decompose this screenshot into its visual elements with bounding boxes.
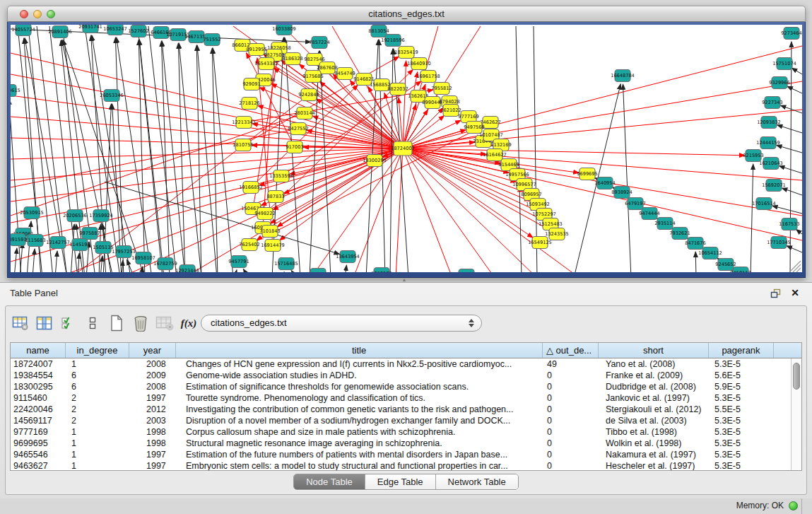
table-cell[interactable]: 1997	[129, 392, 176, 404]
table-cell[interactable]: 0	[543, 381, 599, 392]
table-cell[interactable]: 5.5E-5	[709, 404, 774, 415]
table-cell[interactable]: 1	[66, 426, 129, 438]
graph-node[interactable]: 9175685	[302, 71, 323, 83]
new-table-icon[interactable]	[107, 313, 126, 333]
graph-node[interactable]: 16961758	[416, 71, 440, 83]
graph-node[interactable]: 8215953	[743, 150, 763, 162]
graph-node[interactable]: 7857224	[309, 37, 329, 49]
graph-node[interactable]: 15549125	[528, 237, 552, 249]
graph-node[interactable]: 9975887	[79, 228, 100, 240]
graph-node[interactable]: 9329966	[769, 77, 789, 89]
table-row[interactable]: 1872400712008Changes of HCN gene express…	[11, 358, 791, 370]
table-cell[interactable]: 0	[543, 404, 599, 415]
column-header-pagerank[interactable]: pagerank	[709, 343, 774, 358]
table-cell[interactable]: 1	[66, 358, 129, 370]
graph-node[interactable]: 14055724	[11, 25, 35, 36]
graph-node[interactable]: 1505135	[93, 242, 113, 254]
graph-node[interactable]: 751552	[203, 34, 220, 46]
graph-node[interactable]: 9227343	[762, 97, 782, 109]
table-row[interactable]: 946362711997Embryonic stem cells: a mode…	[11, 460, 791, 471]
table-row[interactable]: 969969511998Structural magnetic resonanc…	[11, 438, 791, 449]
table-cell[interactable]: 0	[543, 438, 599, 449]
table-row[interactable]: 911546021997Tourette syndrome. Phenomeno…	[11, 392, 791, 404]
graph-node[interactable]: 929091	[242, 78, 260, 90]
table-cell[interactable]: 5.9E-5	[709, 381, 774, 392]
table-cell[interactable]: 0	[543, 449, 599, 460]
column-display-icon[interactable]	[35, 313, 54, 333]
graph-node[interactable]: 1145193	[69, 239, 90, 251]
window-titlebar[interactable]: citations_edges.txt	[7, 6, 806, 22]
table-cell[interactable]: 1998	[129, 426, 176, 438]
table-cell[interactable]: Investigating the contribution of common…	[176, 404, 543, 415]
table-cell[interactable]: 5.3E-5	[709, 358, 774, 370]
table-cell[interactable]: Jankovic et al. (1997)	[599, 392, 709, 404]
graph-node[interactable]: 1052573	[371, 268, 392, 273]
graph-node[interactable]: 917003	[286, 141, 303, 153]
graph-node[interactable]: 2935114	[654, 218, 675, 230]
tab-node-table[interactable]: Node Table	[294, 474, 365, 489]
panel-splitter-handle[interactable]: ▲	[400, 277, 408, 282]
table-cell[interactable]: 22420046	[11, 404, 66, 415]
rows-icon[interactable]	[83, 313, 102, 333]
table-cell[interactable]: 0	[543, 415, 599, 426]
table-cell[interactable]: 9699695	[11, 438, 66, 449]
float-panel-icon[interactable]	[770, 288, 781, 298]
table-cell[interactable]: 18724007	[11, 358, 66, 370]
table-cell[interactable]: Franke et al. (2009)	[599, 370, 709, 381]
graph-node[interactable]: 8471676	[685, 238, 705, 250]
graph-node[interactable]: 16648784	[611, 70, 635, 82]
table-cell[interactable]: Disruption of a novel member of a sodium…	[176, 415, 543, 426]
graph-node[interactable]: 15692071	[762, 180, 786, 192]
graph-node[interactable]: 8822037	[387, 83, 408, 95]
tab-network-table[interactable]: Network Table	[436, 474, 518, 489]
trash-icon[interactable]	[131, 313, 150, 333]
graph-node[interactable]: 8186328	[282, 53, 302, 65]
table-cell[interactable]: 9115460	[11, 392, 66, 404]
table-cell[interactable]: 2	[66, 404, 129, 415]
vertical-scrollbar[interactable]	[791, 358, 801, 470]
graph-node[interactable]: 16782759	[153, 258, 177, 270]
graph-node[interactable]: 17710345	[767, 237, 791, 249]
table-cell[interactable]: 2009	[129, 370, 176, 381]
graph-node[interactable]: 12213343	[232, 117, 256, 129]
graph-node[interactable]: 1115683	[25, 235, 45, 247]
table-cell[interactable]: Embryonic stem cells: a model to study s…	[176, 460, 543, 471]
column-header-short[interactable]: short	[599, 343, 709, 358]
close-panel-icon[interactable]: ✕	[791, 287, 799, 298]
table-cell[interactable]: 2	[66, 415, 129, 426]
table-row[interactable]: 977716911998Corpus callosum shape and si…	[11, 426, 791, 438]
table-cell[interactable]: 5.3E-5	[709, 438, 774, 449]
graph-node[interactable]: 7625402	[239, 239, 259, 251]
graph-node[interactable]: 8454749	[334, 68, 355, 80]
table-cell[interactable]: 19384554	[11, 370, 66, 381]
graph-node[interactable]: 7932621	[669, 228, 690, 240]
table-cell[interactable]: 0	[543, 460, 599, 471]
table-cell[interactable]: Dudbridge et al. (2008)	[599, 381, 709, 392]
graph-node[interactable]: 9497568	[464, 122, 484, 134]
graph-node[interactable]: 1527602	[128, 25, 148, 37]
table-source-select[interactable]: citations_edges.txt	[201, 315, 482, 332]
table-cell[interactable]: Stergiakouli et al. (2012)	[599, 404, 709, 415]
column-header-title[interactable]: title	[176, 343, 543, 358]
table-cell[interactable]: Nakamura et al. (1997)	[599, 449, 709, 460]
table-cell[interactable]: Genome-wide association studies in ADHD.	[176, 370, 543, 381]
graph-node[interactable]: 18640910	[407, 58, 431, 70]
row-selection-icon[interactable]	[59, 313, 78, 333]
graph-node[interactable]: 20931741	[78, 25, 102, 33]
graph-node[interactable]: 12444159	[756, 137, 780, 149]
table-cell[interactable]: Changes of HCN gene expression and I(f) …	[176, 358, 543, 370]
table-cell[interactable]: 1998	[129, 438, 176, 449]
column-header-name[interactable]: name	[11, 343, 66, 358]
table-cell[interactable]: 2008	[129, 381, 176, 392]
table-cell[interactable]: 1	[66, 438, 129, 449]
graph-node[interactable]: 9457791	[228, 256, 249, 268]
table-cell[interactable]: 5.3E-5	[709, 415, 774, 426]
table-cell[interactable]: 9465546	[11, 449, 66, 460]
column-header-out-de-[interactable]: △ out_de...	[543, 343, 599, 358]
table-cell[interactable]: 5.3E-5	[709, 426, 774, 438]
table-cell[interactable]: 6	[66, 381, 129, 392]
graph-node[interactable]: 1167533	[779, 218, 799, 230]
graph-node[interactable]: 18724007	[391, 141, 415, 156]
table-cell[interactable]: 49	[543, 358, 599, 370]
graph-node[interactable]: 7955812	[431, 83, 452, 95]
